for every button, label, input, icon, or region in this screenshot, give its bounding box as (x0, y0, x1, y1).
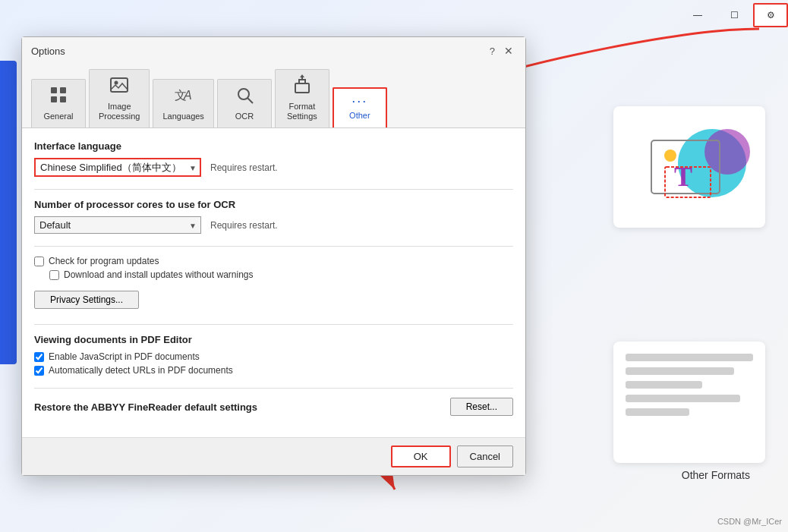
auto-install-label[interactable]: Download and install updates without war… (64, 269, 254, 280)
bg-card-2 (613, 342, 765, 463)
tab-image-processing-label: ImageProcessing (99, 102, 140, 121)
ok-button[interactable]: OK (391, 445, 451, 467)
tab-general[interactable]: General (31, 79, 86, 127)
detect-urls-row: Automatically detect URLs in PDF documen… (34, 365, 513, 376)
other-formats-label: Other Formats (682, 469, 750, 481)
svg-point-3 (664, 150, 676, 162)
help-button[interactable]: ? (490, 46, 495, 57)
processor-dropdown-row: Default 1 2 4 ▼ Requires restart. (34, 216, 513, 234)
processor-cores-label: Number of processor cores to use for OCR (34, 199, 513, 210)
csdn-credit: CSDN @Mr_ICer (717, 517, 782, 526)
auto-install-row: Download and install updates without war… (49, 269, 513, 280)
divider-3 (34, 324, 513, 325)
svg-rect-11 (60, 96, 66, 102)
svg-point-13 (115, 81, 118, 85)
interface-language-section: Interface language Chinese Simplified（简体… (34, 140, 513, 177)
svg-point-1 (704, 129, 750, 175)
svg-text:A: A (183, 89, 192, 102)
illustration-image-icon: T (629, 121, 750, 212)
tab-format-settings-label: FormatSettings (287, 102, 317, 121)
processor-dropdown-wrapper: Default 1 2 4 ▼ (34, 216, 201, 234)
enable-js-row: Enable JavaScript in PDF documents (34, 351, 513, 362)
divider-1 (34, 189, 513, 190)
general-icon (48, 84, 69, 110)
processor-cores-section: Number of processor cores to use for OCR… (34, 199, 513, 234)
format-settings-icon (292, 74, 313, 100)
ocr-icon (234, 84, 255, 110)
divider-2 (34, 246, 513, 247)
check-updates-checkbox[interactable] (34, 257, 44, 266)
language-select[interactable]: Chinese Simplified（简体中文） English German (34, 158, 201, 177)
svg-rect-9 (60, 87, 66, 93)
svg-point-16 (238, 89, 249, 99)
tab-other[interactable]: ··· Other (333, 87, 387, 127)
enable-js-label[interactable]: Enable JavaScript in PDF documents (49, 351, 200, 362)
options-dialog: Options ? ✕ General ImageProcessing 文A L… (21, 36, 526, 476)
restore-label: Restore the ABBYY FineReader default set… (34, 401, 257, 413)
check-updates-row: Check for program updates (34, 256, 513, 266)
close-button[interactable]: ✕ (501, 43, 516, 58)
dialog-title: Options (31, 46, 65, 57)
tab-languages[interactable]: 文A Languages (153, 79, 213, 127)
interface-language-label: Interface language (34, 140, 513, 152)
processor-restart-note: Requires restart. (210, 220, 278, 231)
dialog-titlebar: Options ? ✕ (22, 37, 525, 63)
processor-select[interactable]: Default 1 2 4 (34, 216, 201, 234)
auto-install-checkbox[interactable] (49, 270, 59, 280)
languages-icon: 文A (173, 84, 194, 110)
enable-js-checkbox[interactable] (34, 352, 44, 362)
privacy-settings-button[interactable]: Privacy Settings... (34, 291, 139, 309)
svg-rect-18 (295, 83, 309, 93)
dialog-footer: OK Cancel (22, 437, 525, 475)
tab-format-settings[interactable]: FormatSettings (275, 69, 329, 127)
image-processing-icon (109, 74, 130, 100)
restore-section: Restore the ABBYY FineReader default set… (34, 398, 513, 416)
tab-bar: General ImageProcessing 文A Languages OCR (22, 63, 525, 128)
language-dropdown-wrapper: Chinese Simplified（简体中文） English German … (34, 158, 201, 177)
pdf-editor-section: Viewing documents in PDF Editor Enable J… (34, 334, 513, 376)
dialog-body: Interface language Chinese Simplified（简体… (22, 128, 525, 437)
language-restart-note: Requires restart. (210, 162, 278, 173)
other-icon: ··· (351, 93, 367, 109)
tab-general-label: General (43, 112, 73, 121)
tab-ocr-label: OCR (235, 112, 254, 121)
detect-urls-checkbox[interactable] (34, 366, 44, 376)
language-dropdown-row: Chinese Simplified（简体中文） English German … (34, 158, 513, 177)
svg-line-17 (247, 98, 253, 103)
cancel-button[interactable]: Cancel (457, 445, 513, 467)
check-updates-label[interactable]: Check for program updates (49, 256, 159, 266)
minimize-button[interactable]: — (680, 3, 715, 27)
svg-rect-12 (111, 78, 128, 92)
bg-card-1: T (613, 106, 765, 228)
svg-rect-10 (51, 96, 57, 102)
program-updates-section: Check for program updates Download and i… (34, 256, 513, 312)
gear-button[interactable]: ⚙ (753, 3, 788, 27)
svg-rect-8 (51, 87, 57, 93)
tab-languages-label: Languages (162, 112, 203, 121)
pdf-editor-label: Viewing documents in PDF Editor (34, 334, 513, 345)
dialog-controls: ? ✕ (490, 43, 516, 58)
svg-marker-20 (300, 74, 304, 77)
divider-4 (34, 388, 513, 389)
reset-button[interactable]: Reset... (450, 398, 513, 416)
left-sidebar (0, 61, 17, 364)
top-right-controls: — ☐ ⚙ (680, 3, 788, 27)
pdf-checkboxes: Enable JavaScript in PDF documents Autom… (34, 351, 513, 376)
maximize-button[interactable]: ☐ (717, 3, 752, 27)
tab-ocr[interactable]: OCR (217, 79, 272, 127)
tab-other-label: Other (349, 111, 370, 121)
detect-urls-label[interactable]: Automatically detect URLs in PDF documen… (49, 365, 233, 376)
tab-image-processing[interactable]: ImageProcessing (89, 69, 150, 127)
